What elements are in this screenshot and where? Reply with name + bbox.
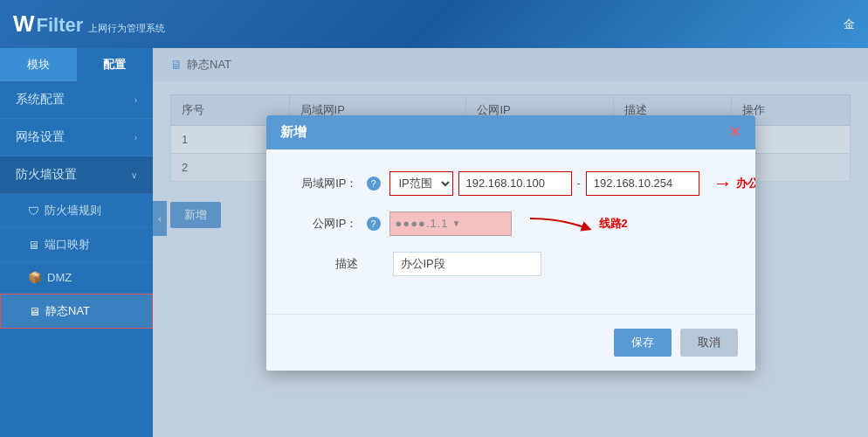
modal-header: 新增 ✕ xyxy=(266,115,755,149)
cancel-button[interactable]: 取消 xyxy=(680,329,738,357)
chevron-down-icon: ∨ xyxy=(131,170,137,180)
dmz-icon: 📦 xyxy=(28,271,42,284)
annotation-line2: 线路2 xyxy=(526,214,628,233)
tab-config[interactable]: 配置 xyxy=(77,48,154,81)
save-button[interactable]: 保存 xyxy=(614,329,672,357)
logo-w: W xyxy=(13,10,35,38)
chevron-down-icon: ▼ xyxy=(452,218,461,228)
sidebar-item-label: DMZ xyxy=(47,271,72,284)
wan-ip-select[interactable]: ●●●●.1.1 ▼ xyxy=(389,212,512,236)
logo-filter: Filter xyxy=(37,14,84,37)
main-layout: 模块 配置 系统配置 › 网络设置 › 防火墙设置 ∨ 🛡 防火墙规则 🖥 端口… xyxy=(0,48,868,437)
sidebar-item-firewall-settings[interactable]: 防火墙设置 ∨ xyxy=(0,156,153,194)
form-row-wan-ip: 公网IP： ? ●●●●.1.1 ▼ xyxy=(293,212,729,236)
annotation-office-text: 办公网络IP范围 xyxy=(736,176,755,191)
sidebar-item-firewall-rules[interactable]: 🛡 防火墙规则 xyxy=(0,194,153,228)
desc-input[interactable] xyxy=(393,252,541,276)
sidebar-item-system-config[interactable]: 系统配置 › xyxy=(0,81,153,119)
sidebar-item-label-system: 系统配置 xyxy=(16,92,65,108)
monitor-icon: 🖥 xyxy=(28,239,39,252)
modal-overlay: 新增 ✕ 局域网IP： ? IP范围 单IP xyxy=(153,48,868,437)
help-icon-lan[interactable]: ? xyxy=(367,177,381,191)
ip-start-input[interactable] xyxy=(458,171,572,196)
arrow-right-icon: → xyxy=(713,174,733,193)
modal-body: 局域网IP： ? IP范围 单IP - → xyxy=(266,149,755,314)
logo: W Filter 上网行为管理系统 xyxy=(13,10,165,38)
nat-icon: 🖥 xyxy=(29,305,40,318)
modal-title: 新增 xyxy=(280,124,307,141)
wan-ip-label: 公网IP： xyxy=(293,216,358,232)
main-content: 🖥 静态NAT 序号 局域网IP 公网IP 描述 操作 1 xyxy=(153,48,868,437)
sidebar-item-static-nat[interactable]: 🖥 静态NAT xyxy=(0,294,153,329)
ip-type-select[interactable]: IP范围 单IP xyxy=(389,171,453,196)
sidebar-item-label: 端口映射 xyxy=(45,237,90,253)
wan-ip-masked-text: ●●●●.1.1 xyxy=(396,217,449,230)
ip-range-container: IP范围 单IP - xyxy=(389,171,699,196)
sidebar-item-label: 防火墙规则 xyxy=(45,203,101,218)
tab-module[interactable]: 模块 xyxy=(0,48,77,81)
logo-subtitle: 上网行为管理系统 xyxy=(88,22,165,35)
sidebar-item-network-settings[interactable]: 网络设置 › xyxy=(0,119,153,156)
ip-separator: - xyxy=(577,177,581,190)
modal-dialog: 新增 ✕ 局域网IP： ? IP范围 单IP xyxy=(266,115,755,371)
shield-icon: 🛡 xyxy=(28,205,39,218)
chevron-right-icon: › xyxy=(134,95,137,105)
sidebar-tabs: 模块 配置 xyxy=(0,48,153,81)
sidebar-item-label-network: 网络设置 xyxy=(16,129,65,145)
modal-footer: 保存 取消 xyxy=(266,314,755,371)
sidebar-item-label-firewall: 防火墙设置 xyxy=(16,167,77,183)
annotation-office: → 办公网络IP范围 xyxy=(713,174,755,193)
curved-arrow-icon xyxy=(526,214,596,233)
header-user: 金 xyxy=(844,17,855,32)
header: W Filter 上网行为管理系统 金 xyxy=(0,0,868,48)
form-row-lan-ip: 局域网IP： ? IP范围 单IP - → xyxy=(293,171,729,196)
form-row-desc: 描述 xyxy=(293,252,729,276)
chevron-right-icon: › xyxy=(134,133,137,142)
sidebar-item-port-mapping[interactable]: 🖥 端口映射 xyxy=(0,228,153,262)
sidebar-item-dmz[interactable]: 📦 DMZ xyxy=(0,262,153,294)
lan-ip-label: 局域网IP： xyxy=(293,176,358,191)
ip-end-input[interactable] xyxy=(586,171,699,196)
desc-label: 描述 xyxy=(293,256,358,272)
sidebar-item-label: 静态NAT xyxy=(45,303,90,319)
sidebar: 模块 配置 系统配置 › 网络设置 › 防火墙设置 ∨ 🛡 防火墙规则 🖥 端口… xyxy=(0,48,153,437)
annotation-line2-text: 线路2 xyxy=(599,216,628,232)
modal-close-button[interactable]: ✕ xyxy=(728,124,741,140)
help-icon-wan[interactable]: ? xyxy=(367,217,381,231)
